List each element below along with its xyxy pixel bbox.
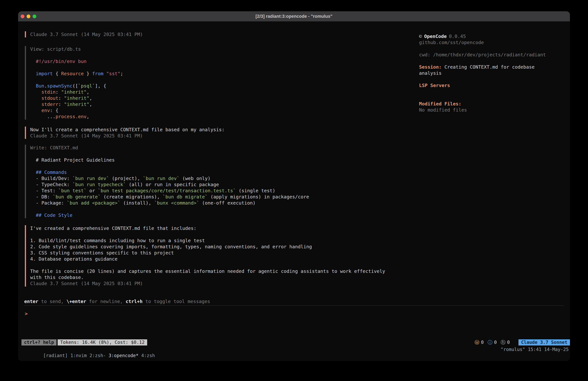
maximize-button[interactable] xyxy=(33,15,36,18)
tool-call-write-block: Write: CONTEXT.md # Radiant Project Guid… xyxy=(25,145,415,218)
prompt-marker: > xyxy=(25,311,28,316)
markdown-line: - TypeCheck: `bun run typecheck` (all) o… xyxy=(30,181,415,188)
modified-files-empty: No modified files xyxy=(419,107,553,113)
assistant-message: I've created a comprehensive CONTEXT.md … xyxy=(25,225,415,287)
tmux-window-2[interactable]: 2:zsh- xyxy=(89,353,106,358)
tmux-window-4[interactable]: 4:zsh xyxy=(141,353,155,358)
code-line: #!/usr/bin/env bun xyxy=(30,58,415,65)
blank-line xyxy=(30,163,415,169)
opencode-tui: Claude 3.7 Sonnet (14 May 2025 03:41 PM)… xyxy=(18,22,570,361)
titlebar: [2/3] radiant:3:opencode - "romulus" xyxy=(18,11,570,22)
list-item: 3. CSS styling conventions specific to t… xyxy=(30,250,415,256)
app-logo: ©OpenCode0.0.45 xyxy=(419,33,553,39)
message-timestamp-header: Claude 3.7 Sonnet (14 May 2025 03:41 PM) xyxy=(25,31,415,37)
message-text: I've created a comprehensive CONTEXT.md … xyxy=(30,225,415,231)
tmux-status-bar: [radiant]1:nvim2:zsh-3:opencode*4:zsh "r… xyxy=(21,346,569,361)
info-icon: ⓘ xyxy=(488,339,492,345)
blank-line xyxy=(30,231,415,238)
blank-line xyxy=(30,65,415,70)
markdown-line: ## Code Style xyxy=(30,212,415,218)
blank-line xyxy=(30,52,415,58)
list-item: 4. Database operations guidance xyxy=(30,256,415,262)
list-item: 1. Build/lint/test commands including ho… xyxy=(30,238,415,244)
tokens-cost-chip: Tokens: 16.4K (8%), Cost: $0.12 xyxy=(58,339,147,345)
tool-call-view-block: View: script/db.ts #!/usr/bin/env bun im… xyxy=(25,46,415,120)
code-line: ...process.env, xyxy=(30,113,415,120)
lsp-servers-header: LSP Servers xyxy=(419,82,553,89)
warning-icon: Ⓦ xyxy=(475,339,479,345)
window-title: [2/3] radiant:3:opencode - "romulus" xyxy=(256,14,333,19)
cwd-path: /home/thdxr/dev/projects/radiant/radiant xyxy=(433,52,546,57)
code-line: env: { xyxy=(30,107,415,113)
keybind-hints: enter to send, \+enter for newline, ctrl… xyxy=(24,298,210,304)
opencode-logo-icon: © xyxy=(419,33,422,39)
code-line: Bun.spawnSync([`psql`], { xyxy=(30,83,415,89)
session-label: Session: xyxy=(419,64,442,70)
code-line: stderr: "inherit", xyxy=(30,101,415,107)
blank-line xyxy=(30,206,415,212)
status-bar: ctrl+? help Tokens: 16.4K (8%), Cost: $0… xyxy=(21,339,570,345)
blank-line xyxy=(30,262,415,268)
app-version: 0.0.45 xyxy=(449,33,466,39)
markdown-line: ## Commands xyxy=(30,169,415,175)
modified-files-header: Modified Files: xyxy=(419,101,553,107)
markdown-line: # Radiant Project Guidelines xyxy=(30,157,415,163)
tool-title: View: script/db.ts xyxy=(30,46,415,52)
timestamp: Claude 3.7 Sonnet (14 May 2025 03:41 PM) xyxy=(30,280,415,287)
close-button[interactable] xyxy=(21,15,24,18)
sidebar: ©OpenCode0.0.45 github.com/sst/opencode … xyxy=(419,33,553,113)
assistant-message: Now I'll create a comprehensive CONTEXT.… xyxy=(25,127,415,139)
markdown-line: - Build/Dev: `bun run dev` (project), `b… xyxy=(30,175,415,181)
hint-icon: ⓗ xyxy=(501,339,505,345)
model-chip[interactable]: Claude 3.7 Sonnet xyxy=(519,339,570,345)
input-divider xyxy=(24,305,564,306)
traffic-lights xyxy=(21,11,36,21)
minimize-button[interactable] xyxy=(27,15,30,18)
chat-log: Claude 3.7 Sonnet (14 May 2025 03:41 PM)… xyxy=(18,31,415,287)
message-text: The file is concise (20 lines) and captu… xyxy=(30,268,393,280)
code-line: stdout: "inherit", xyxy=(30,95,415,101)
cwd-label: cwd: xyxy=(419,52,430,57)
help-chip[interactable]: ctrl+? help xyxy=(21,339,57,345)
blank-line xyxy=(30,77,415,83)
session-line: Session: Creating CONTEXT.md for codebas… xyxy=(419,64,553,76)
warning-count: 0 xyxy=(481,339,484,345)
tool-title: Write: CONTEXT.md xyxy=(30,145,415,151)
tmux-session-name: [radiant] xyxy=(43,353,68,358)
markdown-line: - Package: `bun add <package>` (install)… xyxy=(30,200,415,206)
timestamp: Claude 3.7 Sonnet (14 May 2025 03:41 PM) xyxy=(30,133,415,139)
code-line: stdin: "inherit", xyxy=(30,89,415,95)
markdown-line: - DB: `bun db generate` (create migratio… xyxy=(30,194,415,200)
app-window: [2/3] radiant:3:opencode - "romulus" Cla… xyxy=(18,11,570,361)
code-line: import { Resource } from "sst"; xyxy=(30,70,415,77)
hint-count: 0 xyxy=(507,339,510,345)
cwd-line: cwd: /home/thdxr/dev/projects/radiant/ra… xyxy=(419,52,553,58)
blank-line xyxy=(30,151,415,157)
app-name: OpenCode xyxy=(424,33,447,39)
message-text: Now I'll create a comprehensive CONTEXT.… xyxy=(30,127,415,133)
diagnostics: Ⓦ 0 ⓘ 0 ⓗ 0 xyxy=(475,339,512,345)
markdown-line: - Test: `bun test` or `bun test packages… xyxy=(30,188,415,194)
tmux-window-1[interactable]: 1:nvim xyxy=(70,353,87,358)
info-count: 0 xyxy=(494,339,497,345)
statusbar-spacer xyxy=(147,339,475,345)
repo-link: github.com/sst/opencode xyxy=(419,39,553,45)
tmux-host-clock: "romulus" 15:41 14-May-25 xyxy=(501,346,569,361)
tmux-window-3-current[interactable]: 3:opencode* xyxy=(109,353,138,358)
list-item: 2. Code style guidelines covering import… xyxy=(30,244,415,250)
timestamp: Claude 3.7 Sonnet (14 May 2025 03:41 PM) xyxy=(30,31,415,37)
tmux-window-list[interactable]: [radiant]1:nvim2:zsh-3:opencode*4:zsh xyxy=(21,346,158,361)
message-input[interactable]: > xyxy=(25,311,564,320)
